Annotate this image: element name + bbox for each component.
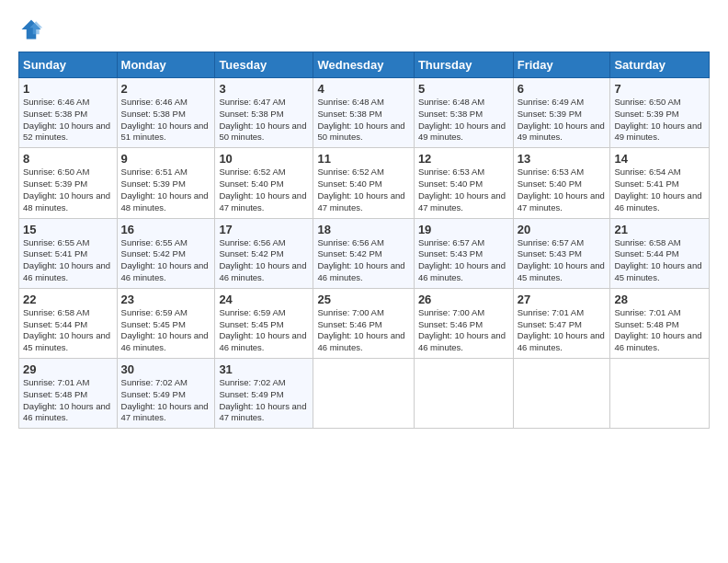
calendar-cell: 22Sunrise: 6:58 AMSunset: 5:44 PMDayligh… xyxy=(19,288,118,358)
day-number: 3 xyxy=(219,82,309,96)
day-info: Sunrise: 6:59 AMSunset: 5:45 PMDaylight:… xyxy=(219,307,309,354)
day-number: 15 xyxy=(23,223,113,236)
day-number: 9 xyxy=(121,152,211,166)
day-number: 16 xyxy=(121,223,211,236)
day-info: Sunrise: 6:54 AMSunset: 5:41 PMDaylight:… xyxy=(614,167,705,213)
day-number: 13 xyxy=(518,152,607,166)
calendar-cell: 11Sunrise: 6:52 AMSunset: 5:40 PMDayligh… xyxy=(313,148,414,218)
calendar-cell: 14Sunrise: 6:54 AMSunset: 5:41 PMDayligh… xyxy=(610,148,710,218)
calendar-cell: 31Sunrise: 7:02 AMSunset: 5:49 PMDayligh… xyxy=(215,359,313,429)
calendar-cell: 1Sunrise: 6:46 AMSunset: 5:38 PMDaylight… xyxy=(19,78,118,148)
calendar-cell xyxy=(414,359,513,429)
day-info: Sunrise: 6:50 AMSunset: 5:39 PMDaylight:… xyxy=(614,97,705,144)
day-info: Sunrise: 6:59 AMSunset: 5:45 PMDaylight:… xyxy=(121,307,211,354)
day-info: Sunrise: 7:01 AMSunset: 5:47 PMDaylight:… xyxy=(518,307,607,354)
calendar-header: SundayMondayTuesdayWednesdayThursdayFrid… xyxy=(19,52,710,78)
page: SundayMondayTuesdayWednesdayThursdayFrid… xyxy=(0,0,728,438)
day-number: 19 xyxy=(418,223,509,236)
day-number: 10 xyxy=(219,152,309,166)
day-number: 5 xyxy=(418,82,509,96)
calendar-cell: 3Sunrise: 6:47 AMSunset: 5:38 PMDaylight… xyxy=(215,78,313,148)
day-number: 11 xyxy=(317,152,409,166)
day-info: Sunrise: 6:46 AMSunset: 5:38 PMDaylight:… xyxy=(23,97,113,144)
calendar-cell: 2Sunrise: 6:46 AMSunset: 5:38 PMDaylight… xyxy=(117,78,215,148)
day-info: Sunrise: 6:46 AMSunset: 5:38 PMDaylight:… xyxy=(121,97,211,144)
calendar-cell: 21Sunrise: 6:58 AMSunset: 5:44 PMDayligh… xyxy=(610,218,710,288)
calendar-cell: 29Sunrise: 7:01 AMSunset: 5:48 PMDayligh… xyxy=(19,359,118,429)
calendar-cell xyxy=(513,359,610,429)
calendar-week-row: 22Sunrise: 6:58 AMSunset: 5:44 PMDayligh… xyxy=(19,288,710,358)
calendar-cell: 7Sunrise: 6:50 AMSunset: 5:39 PMDaylight… xyxy=(610,78,710,148)
calendar-week-row: 29Sunrise: 7:01 AMSunset: 5:48 PMDayligh… xyxy=(19,359,710,429)
logo xyxy=(18,17,48,42)
calendar-cell: 17Sunrise: 6:56 AMSunset: 5:42 PMDayligh… xyxy=(215,218,313,288)
day-number: 7 xyxy=(614,82,705,96)
day-info: Sunrise: 6:52 AMSunset: 5:40 PMDaylight:… xyxy=(317,167,409,213)
day-number: 2 xyxy=(121,82,211,96)
day-info: Sunrise: 7:02 AMSunset: 5:49 PMDaylight:… xyxy=(219,377,309,424)
day-number: 28 xyxy=(614,293,705,306)
day-info: Sunrise: 7:01 AMSunset: 5:48 PMDaylight:… xyxy=(614,307,705,354)
day-number: 25 xyxy=(317,293,409,306)
calendar-cell: 30Sunrise: 7:02 AMSunset: 5:49 PMDayligh… xyxy=(117,359,215,429)
calendar-cell: 10Sunrise: 6:52 AMSunset: 5:40 PMDayligh… xyxy=(215,148,313,218)
day-info: Sunrise: 7:02 AMSunset: 5:49 PMDaylight:… xyxy=(121,377,211,424)
day-number: 8 xyxy=(23,152,113,166)
day-info: Sunrise: 6:55 AMSunset: 5:41 PMDaylight:… xyxy=(23,237,113,284)
day-info: Sunrise: 6:47 AMSunset: 5:38 PMDaylight:… xyxy=(219,97,309,144)
day-info: Sunrise: 6:55 AMSunset: 5:42 PMDaylight:… xyxy=(121,237,211,284)
day-number: 6 xyxy=(518,82,607,96)
day-number: 26 xyxy=(418,293,509,306)
calendar-week-row: 8Sunrise: 6:50 AMSunset: 5:39 PMDaylight… xyxy=(19,148,710,218)
day-info: Sunrise: 7:01 AMSunset: 5:48 PMDaylight:… xyxy=(23,377,113,424)
day-number: 24 xyxy=(219,293,309,306)
calendar-cell: 25Sunrise: 7:00 AMSunset: 5:46 PMDayligh… xyxy=(313,288,414,358)
calendar-cell: 18Sunrise: 6:56 AMSunset: 5:42 PMDayligh… xyxy=(313,218,414,288)
day-info: Sunrise: 6:51 AMSunset: 5:39 PMDaylight:… xyxy=(121,167,211,213)
weekday-header: Sunday xyxy=(19,52,118,78)
day-number: 30 xyxy=(121,362,211,376)
calendar-cell: 23Sunrise: 6:59 AMSunset: 5:45 PMDayligh… xyxy=(117,288,215,358)
day-number: 18 xyxy=(317,223,409,236)
day-number: 4 xyxy=(317,82,409,96)
day-info: Sunrise: 6:49 AMSunset: 5:39 PMDaylight:… xyxy=(518,97,607,144)
weekday-header: Wednesday xyxy=(313,52,414,78)
day-info: Sunrise: 6:48 AMSunset: 5:38 PMDaylight:… xyxy=(418,97,509,144)
day-number: 14 xyxy=(614,152,705,166)
day-info: Sunrise: 6:56 AMSunset: 5:42 PMDaylight:… xyxy=(219,237,309,284)
weekday-header: Thursday xyxy=(414,52,513,78)
day-info: Sunrise: 6:58 AMSunset: 5:44 PMDaylight:… xyxy=(23,307,113,354)
calendar-cell: 19Sunrise: 6:57 AMSunset: 5:43 PMDayligh… xyxy=(414,218,513,288)
day-info: Sunrise: 6:50 AMSunset: 5:39 PMDaylight:… xyxy=(23,167,113,213)
day-number: 22 xyxy=(23,293,113,306)
day-info: Sunrise: 6:48 AMSunset: 5:38 PMDaylight:… xyxy=(317,97,409,144)
calendar-cell: 27Sunrise: 7:01 AMSunset: 5:47 PMDayligh… xyxy=(513,288,610,358)
calendar-cell: 24Sunrise: 6:59 AMSunset: 5:45 PMDayligh… xyxy=(215,288,313,358)
day-info: Sunrise: 6:56 AMSunset: 5:42 PMDaylight:… xyxy=(317,237,409,284)
day-info: Sunrise: 6:57 AMSunset: 5:43 PMDaylight:… xyxy=(518,237,607,284)
calendar-table: SundayMondayTuesdayWednesdayThursdayFrid… xyxy=(18,52,710,429)
day-info: Sunrise: 6:53 AMSunset: 5:40 PMDaylight:… xyxy=(518,167,607,213)
calendar-cell: 15Sunrise: 6:55 AMSunset: 5:41 PMDayligh… xyxy=(19,218,118,288)
calendar-cell: 28Sunrise: 7:01 AMSunset: 5:48 PMDayligh… xyxy=(610,288,710,358)
header xyxy=(18,17,710,42)
calendar-body: 1Sunrise: 6:46 AMSunset: 5:38 PMDaylight… xyxy=(19,78,710,429)
day-info: Sunrise: 7:00 AMSunset: 5:46 PMDaylight:… xyxy=(317,307,409,354)
day-number: 31 xyxy=(219,362,309,376)
calendar-cell: 9Sunrise: 6:51 AMSunset: 5:39 PMDaylight… xyxy=(117,148,215,218)
day-number: 29 xyxy=(23,362,113,376)
weekday-header: Friday xyxy=(513,52,610,78)
calendar-cell: 16Sunrise: 6:55 AMSunset: 5:42 PMDayligh… xyxy=(117,218,215,288)
day-number: 12 xyxy=(418,152,509,166)
day-number: 20 xyxy=(518,223,607,236)
calendar-cell xyxy=(610,359,710,429)
day-number: 27 xyxy=(518,293,607,306)
calendar-cell: 12Sunrise: 6:53 AMSunset: 5:40 PMDayligh… xyxy=(414,148,513,218)
day-number: 21 xyxy=(614,223,705,236)
logo-icon xyxy=(18,17,44,42)
weekday-row: SundayMondayTuesdayWednesdayThursdayFrid… xyxy=(19,52,710,78)
calendar-cell: 20Sunrise: 6:57 AMSunset: 5:43 PMDayligh… xyxy=(513,218,610,288)
day-info: Sunrise: 6:58 AMSunset: 5:44 PMDaylight:… xyxy=(614,237,705,284)
calendar-cell xyxy=(313,359,414,429)
day-number: 17 xyxy=(219,223,309,236)
